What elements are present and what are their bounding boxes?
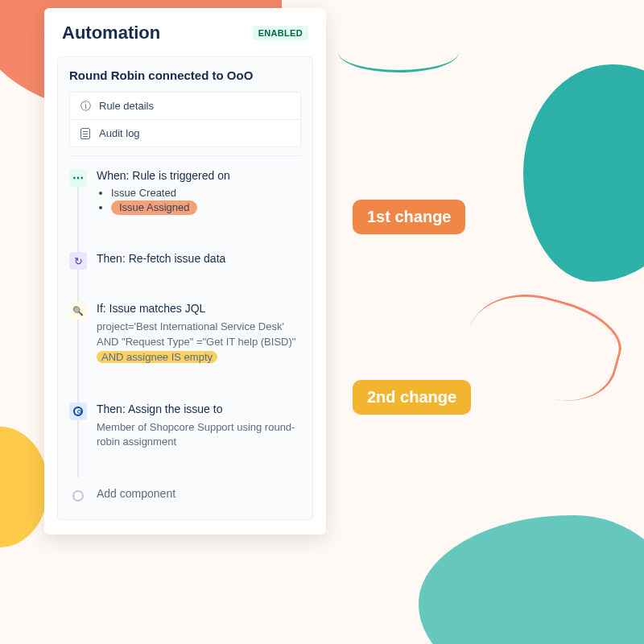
page-title: Automation (62, 23, 160, 43)
annotation-second-change: 2nd change (353, 380, 471, 415)
step-trigger[interactable]: When: Rule is triggered on Issue Created… (97, 169, 301, 215)
assign-user-icon (69, 402, 87, 420)
annotation-first-change: 1st change (353, 200, 465, 234)
step-action[interactable]: Then: Assign the issue to Member of Shop… (97, 402, 301, 451)
rule-steps: When: Rule is triggered on Issue Created… (69, 169, 301, 500)
step-condition-title: If: Issue matches JQL (97, 302, 301, 315)
step-condition[interactable]: If: Issue matches JQL project='Best Inte… (97, 302, 301, 365)
rule-nav: Rule details Audit log (69, 92, 301, 147)
jql-text-prefix: project='Best International Service Desk… (97, 320, 295, 348)
step-refetch-title: Then: Re-fetch issue data (97, 252, 301, 265)
highlight-jql-assignee-empty: AND assignee IS empty (97, 351, 217, 363)
nav-rule-details-label: Rule details (99, 100, 154, 112)
search-icon (69, 302, 87, 320)
divider (69, 155, 301, 156)
trigger-icon (69, 169, 87, 187)
trigger-event-created: Issue Created (111, 187, 301, 199)
step-action-body: Member of Shopcore Support using round-r… (97, 420, 301, 451)
log-icon (80, 128, 91, 139)
step-refetch[interactable]: Then: Re-fetch issue data (97, 252, 301, 265)
rule-card: Round Robin connected to OoO Rule detail… (57, 56, 313, 520)
bg-blob-teal-bottom (419, 515, 644, 644)
trigger-event-assigned: Issue Assigned (111, 200, 301, 215)
nav-audit-log[interactable]: Audit log (70, 119, 300, 147)
nav-audit-log-label: Audit log (99, 127, 140, 139)
bg-stroke-coral (457, 279, 630, 412)
nav-rule-details[interactable]: Rule details (70, 93, 300, 119)
rule-title: Round Robin connected to OoO (69, 68, 301, 82)
info-icon (80, 101, 91, 112)
step-rail (77, 177, 79, 477)
bg-stroke-teal (338, 32, 459, 72)
step-condition-jql: project='Best International Service Desk… (97, 320, 301, 365)
step-trigger-title: When: Rule is triggered on (97, 169, 301, 182)
highlight-issue-assigned: Issue Assigned (111, 200, 197, 215)
automation-panel: Automation ENABLED Round Robin connected… (44, 8, 326, 535)
panel-header: Automation ENABLED (57, 23, 313, 43)
bg-blob-yellow-left (0, 427, 48, 547)
status-badge: ENABLED (253, 26, 308, 40)
refetch-icon (69, 252, 87, 270)
add-icon (72, 490, 84, 502)
trigger-events-list: Issue Created Issue Assigned (97, 187, 301, 215)
step-action-title: Then: Assign the issue to (97, 402, 301, 415)
add-component-label: Add component (97, 487, 301, 500)
bg-blob-teal-small (555, 233, 604, 274)
add-component[interactable]: Add component (97, 487, 301, 500)
